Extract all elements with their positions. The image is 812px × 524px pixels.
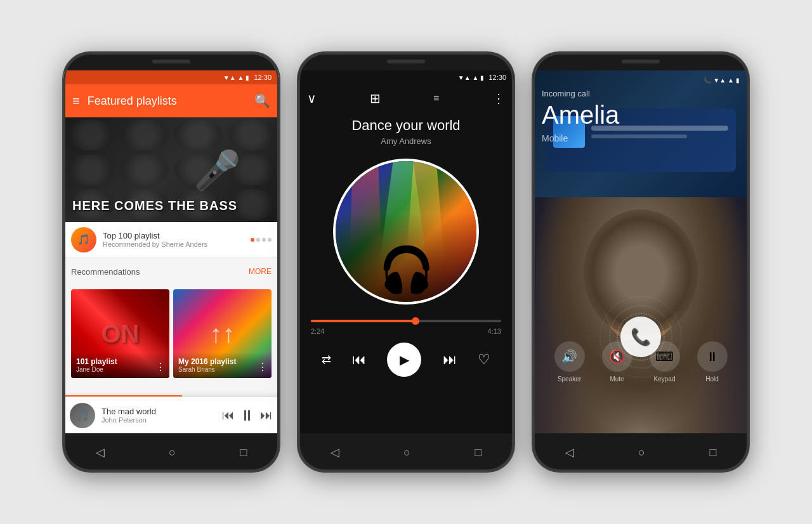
- prev-track-button[interactable]: ⏮: [352, 351, 366, 368]
- section-title: Recommendations: [71, 267, 140, 277]
- album-art-image: 🎧: [336, 161, 476, 302]
- home-nav-icon[interactable]: ○: [169, 446, 176, 459]
- album-art-container: 🎧: [298, 159, 514, 305]
- call-status-bar: 📞 ▼▲ ▲ ▮: [542, 77, 740, 84]
- shuffle-button[interactable]: ⇄: [322, 353, 331, 367]
- back-nav-icon[interactable]: ◁: [96, 445, 105, 459]
- grid-view-icon[interactable]: ⊞: [370, 91, 381, 106]
- more-button[interactable]: MORE: [249, 267, 272, 276]
- now-playing-title: The mad world: [102, 407, 216, 416]
- incoming-call-label: Incoming call: [542, 89, 740, 98]
- now-playing-controls: ⏮ ⏸ ⏭: [222, 407, 273, 424]
- status-icons-1: ▼▲ ▲ ▮ 12:30: [223, 74, 272, 81]
- player-song-title: Dance your world: [298, 117, 514, 134]
- dot-2: [256, 238, 260, 242]
- status-icons-2: ▼▲ ▲ ▮ 12:30: [458, 74, 506, 81]
- menu-icon[interactable]: ≡: [72, 94, 80, 108]
- dot-1: [251, 238, 254, 242]
- battery-icon-3: ▮: [736, 77, 740, 84]
- rec-card-2-title: My 2016 playlist: [178, 357, 266, 366]
- toolbar-title: Featured playlists: [88, 95, 247, 108]
- speaker-label: Speaker: [558, 376, 581, 383]
- speaker-call-button[interactable]: 🔊 Speaker: [554, 341, 585, 383]
- queue-icon[interactable]: ≡: [433, 93, 439, 104]
- phone-1-nav-bar: ◁ ○ □: [63, 433, 279, 471]
- speaker-grill-2: [387, 60, 425, 63]
- phone-2-screen: ▼▲ ▲ ▮ 12:30 ∨ ⊞ ≡ ⋮ Dance your world Am…: [298, 70, 514, 433]
- next-track-button[interactable]: ⏭: [443, 351, 457, 368]
- rec-card-2-info: My 2016 playlist Sarah Brians: [173, 352, 272, 378]
- recents-nav-icon[interactable]: □: [240, 446, 247, 459]
- album-art-circle: 🎧: [333, 159, 479, 305]
- hold-call-button[interactable]: ⏸ Hold: [697, 341, 728, 383]
- chevron-down-icon[interactable]: ∨: [307, 91, 317, 106]
- now-playing-artist: John Peterson: [102, 416, 216, 424]
- play-pause-button[interactable]: ▶: [387, 343, 421, 377]
- rec-card-2-menu[interactable]: ⋮: [258, 361, 268, 373]
- recents-nav-2[interactable]: □: [475, 446, 481, 459]
- rec-card-1-menu[interactable]: ⋮: [155, 361, 166, 373]
- back-nav-3[interactable]: ◁: [565, 445, 574, 459]
- progress-thumb: [412, 317, 419, 325]
- phone-2-nav-bar: ◁ ○ □: [298, 433, 514, 471]
- answer-ripple-area: 📞: [620, 317, 661, 357]
- playlist-item[interactable]: 🎵 Top 100 playlist Recommended by Sherri…: [63, 222, 279, 258]
- search-icon[interactable]: 🔍: [254, 93, 270, 108]
- signal-icon: ▼▲: [223, 74, 236, 81]
- home-nav-3[interactable]: ○: [638, 446, 645, 459]
- back-nav-2[interactable]: ◁: [331, 445, 339, 459]
- status-bar-2: ▼▲ ▲ ▮ 12:30: [298, 70, 514, 84]
- featured-card[interactable]: 🎤 HERE COMES THE BASS: [63, 117, 279, 222]
- time-labels: 2:24 4:13: [311, 327, 501, 335]
- rec-card-1-title: 101 playlist: [76, 357, 164, 366]
- now-playing-bar[interactable]: 🎵 The mad world John Peterson ⏮ ⏸ ⏭: [63, 396, 279, 433]
- rec-card-2-sub: Sarah Brians: [178, 366, 266, 373]
- speaker-grill: [152, 60, 190, 63]
- rec-card-2[interactable]: My 2016 playlist Sarah Brians ⋮: [173, 289, 272, 378]
- progress-bar[interactable]: [311, 320, 501, 322]
- hold-label: Hold: [705, 376, 719, 383]
- signal-icon-2: ▼▲: [458, 74, 471, 81]
- answer-call-button[interactable]: 📞: [620, 317, 661, 357]
- app-toolbar: ≡ Featured playlists 🔍: [63, 84, 279, 117]
- phone-1-screen: ▼▲ ▲ ▮ 12:30 ≡ Featured playlists 🔍 🎤 HE…: [63, 70, 279, 433]
- status-bar-1: ▼▲ ▲ ▮ 12:30: [63, 70, 279, 84]
- signal-icon-3: ▼▲: [713, 77, 726, 84]
- wifi-icon-3: ▲: [728, 77, 734, 84]
- playlist-avatar: 🎵: [71, 227, 96, 252]
- dot-4: [268, 238, 272, 242]
- speaker-grill-3: [622, 60, 660, 63]
- playlist-info: Top 100 playlist Recommended by Sherrie …: [103, 231, 244, 248]
- call-status-icons: 📞 ▼▲ ▲ ▮: [704, 77, 740, 84]
- progress-fill: [311, 320, 416, 322]
- wifi-icon: ▲: [238, 74, 244, 81]
- mute-label: Mute: [610, 376, 624, 383]
- featured-title: HERE COMES THE BASS: [63, 190, 246, 222]
- battery-icon: ▮: [246, 74, 249, 81]
- phone-3-screen: 📞 ▼▲ ▲ ▮ Incoming call Amelia Mobile 🔊 S…: [533, 70, 749, 433]
- rec-card-1-sub: Jane Doe: [76, 366, 164, 373]
- player-song-artist: Amy Andrews: [298, 136, 514, 146]
- overflow-icon[interactable]: ⋮: [492, 91, 505, 106]
- rec-card-1[interactable]: 101 playlist Jane Doe ⋮: [71, 289, 169, 378]
- phone-3-top-bar: [533, 53, 749, 70]
- pause-button[interactable]: ⏸: [240, 407, 255, 424]
- call-top-section: 📞 ▼▲ ▲ ▮ Incoming call Amelia Mobile: [533, 70, 749, 150]
- player-top-controls: ∨ ⊞ ≡ ⋮: [298, 84, 514, 112]
- microphone-icon: 🎤: [193, 147, 241, 192]
- progress-section: 2:24 4:13: [298, 315, 514, 335]
- player-screen: ▼▲ ▲ ▮ 12:30 ∨ ⊞ ≡ ⋮ Dance your world Am…: [298, 70, 514, 433]
- rec-card-1-info: 101 playlist Jane Doe: [71, 352, 169, 378]
- home-nav-2[interactable]: ○: [403, 446, 410, 459]
- like-button[interactable]: ♡: [478, 351, 490, 368]
- time-total: 4:13: [488, 327, 501, 335]
- recents-nav-3[interactable]: □: [709, 446, 716, 459]
- now-playing-thumb: 🎵: [70, 403, 95, 428]
- phone-1-top-bar: [63, 53, 279, 70]
- time-display-2: 12:30: [488, 74, 506, 81]
- call-icon: 📞: [704, 77, 711, 84]
- prev-button[interactable]: ⏮: [222, 408, 235, 422]
- dot-3: [262, 238, 266, 242]
- next-button[interactable]: ⏭: [260, 408, 273, 422]
- caller-name: Amelia: [542, 101, 740, 129]
